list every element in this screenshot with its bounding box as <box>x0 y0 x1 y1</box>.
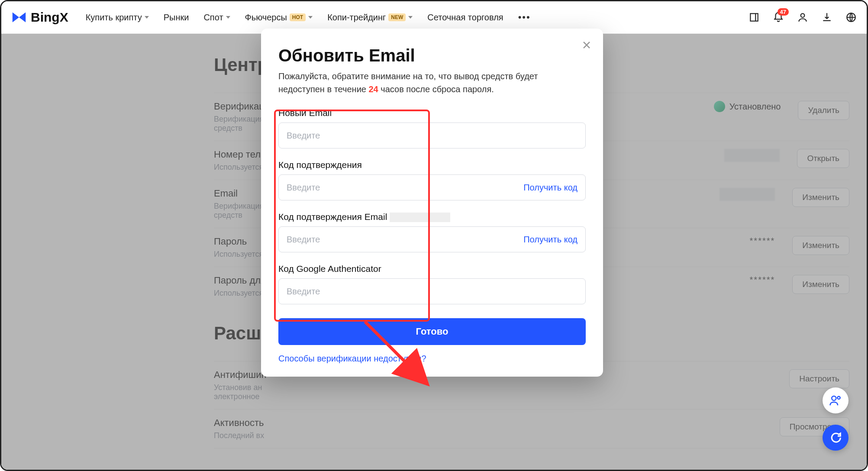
nav-label: Фьючерсы <box>245 13 287 23</box>
nav-label: Рынки <box>164 13 189 23</box>
nav-markets[interactable]: Рынки <box>164 13 189 23</box>
get-code-link[interactable]: Получить код <box>523 183 578 193</box>
header-actions: 47 <box>748 11 857 23</box>
window-icon[interactable] <box>748 11 760 23</box>
new-email-input[interactable] <box>287 131 578 141</box>
nav-label: Спот <box>203 13 223 23</box>
svg-point-5 <box>837 397 840 399</box>
email-code-input[interactable] <box>287 235 518 245</box>
field-email-code: Код подтверждения Email Получить код <box>278 212 586 252</box>
chevron-down-icon <box>408 16 413 19</box>
chat-fab[interactable] <box>823 425 849 451</box>
sms-code-input[interactable] <box>287 183 518 193</box>
nav-buy-crypto[interactable]: Купить крипту <box>86 13 149 23</box>
brand-text: BingX <box>31 10 68 25</box>
globe-icon[interactable] <box>845 11 857 23</box>
chevron-down-icon <box>226 16 230 19</box>
svg-point-2 <box>801 13 805 17</box>
chevron-down-icon <box>145 16 149 19</box>
masked-email <box>390 213 450 222</box>
chevron-down-icon <box>308 16 313 19</box>
close-icon[interactable] <box>581 40 592 52</box>
new-tag: NEW <box>388 13 406 21</box>
field-label: Код подтверждения <box>278 160 586 170</box>
svg-point-4 <box>832 396 836 400</box>
nav-more[interactable]: ••• <box>518 12 531 23</box>
nav-grid-trading[interactable]: Сеточная торговля <box>427 13 503 23</box>
ga-code-input[interactable] <box>287 287 578 297</box>
nav-label: Купить крипту <box>86 13 142 23</box>
field-label: Новый Email <box>278 108 586 118</box>
subtitle-highlight: 24 <box>368 84 378 94</box>
user-icon[interactable] <box>797 11 809 23</box>
field-new-email: Новый Email <box>278 108 586 148</box>
modal-subtitle: Пожалуйста, обратите внимание на то, что… <box>278 70 586 96</box>
modal-title: Обновить Email <box>278 46 586 65</box>
notification-badge: 47 <box>778 8 789 16</box>
field-ga-code: Код Google Authenticator <box>278 264 586 304</box>
submit-button[interactable]: Готово <box>278 318 586 345</box>
nav-spot[interactable]: Спот <box>203 13 230 23</box>
brand-logo[interactable]: BingX <box>11 9 68 26</box>
hot-tag: HOT <box>290 13 306 21</box>
bell-icon[interactable]: 47 <box>772 11 784 23</box>
main-nav: Купить крипту Рынки Спот ФьючерсыHOT Коп… <box>86 12 531 23</box>
verification-help-link[interactable]: Способы верификации недоступны? <box>278 354 426 364</box>
nav-label: Копи-трейдинг <box>327 13 386 23</box>
get-code-link[interactable]: Получить код <box>523 235 578 245</box>
download-icon[interactable] <box>821 11 833 23</box>
svg-rect-0 <box>750 13 758 21</box>
field-label: Код подтверждения Email <box>278 212 586 222</box>
field-label: Код Google Authenticator <box>278 264 586 274</box>
field-sms-code: Код подтверждения Получить код <box>278 160 586 200</box>
nav-futures[interactable]: ФьючерсыHOT <box>245 13 313 23</box>
support-fab[interactable] <box>823 387 849 413</box>
logo-icon <box>11 9 27 26</box>
subtitle-text: часов после сброса пароля. <box>378 84 494 94</box>
nav-copytrading[interactable]: Копи-трейдингNEW <box>327 13 413 23</box>
update-email-modal: Обновить Email Пожалуйста, обратите вним… <box>261 29 603 377</box>
nav-label: Сеточная торговля <box>427 13 503 23</box>
